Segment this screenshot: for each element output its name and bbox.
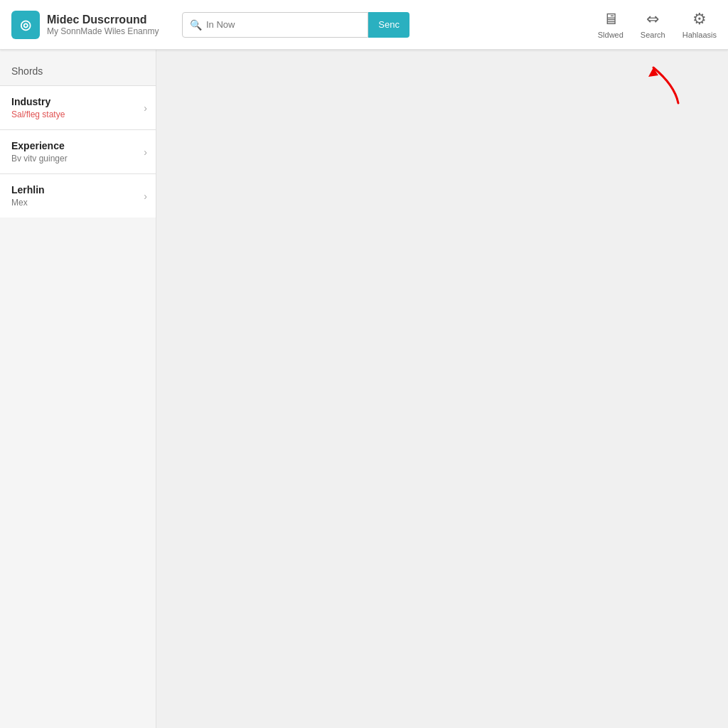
nav-icons: 🖥 Sldwed ⇔ Search ⚙ Hahlaasis: [598, 10, 717, 39]
filter-lerhlin-title: Lerhlin: [11, 184, 144, 196]
filter-industry-title: Industry: [11, 96, 144, 107]
app-subtitle: My SonnMade Wiles Enanmy: [47, 26, 159, 36]
nav-item-sldwed[interactable]: 🖥 Sldwed: [598, 10, 623, 39]
chevron-icon-lerhlin: ›: [144, 191, 147, 202]
nav-item-hahlaasis[interactable]: ⚙ Hahlaasis: [682, 10, 717, 39]
app-container: ◎ Midec Duscrround My SonnMade Wiles Ena…: [0, 0, 728, 728]
chevron-icon-industry: ›: [144, 102, 147, 114]
logo-text: Midec Duscrround My SonnMade Wiles Enanm…: [47, 13, 159, 37]
sldwed-label: Sldwed: [598, 31, 623, 39]
search-nav-icon: ⇔: [646, 10, 659, 28]
sldwed-icon: 🖥: [603, 10, 619, 28]
search-button[interactable]: Senc: [368, 12, 410, 38]
left-panel: Shords Industry Sal/fleg statye › Experi…: [0, 50, 156, 728]
gear-icon: ⚙: [692, 10, 707, 28]
search-small-icon: 🔍: [190, 19, 202, 31]
search-input-wrapper: 🔍: [182, 12, 368, 38]
search-input[interactable]: [206, 19, 360, 30]
filter-lerhlin-subtitle: Mex: [11, 198, 144, 208]
filter-experience-title: Experience: [11, 140, 144, 151]
search-area: 🔍 Senc: [182, 12, 410, 38]
nav-item-search[interactable]: ⇔ Search: [641, 10, 665, 39]
filter-industry-subtitle: Sal/fleg statye: [11, 109, 144, 119]
section-header: Shords: [0, 61, 156, 85]
app-logo-icon: ◎: [11, 11, 40, 39]
filter-item-experience[interactable]: Experience Bv vitv guinger ›: [0, 129, 156, 173]
search-nav-label: Search: [641, 31, 665, 39]
annotation-arrow: [614, 57, 700, 114]
header: ◎ Midec Duscrround My SonnMade Wiles Ena…: [0, 0, 728, 50]
filter-item-lerhlin[interactable]: Lerhlin Mex ›: [0, 173, 156, 218]
logo-area: ◎ Midec Duscrround My SonnMade Wiles Ena…: [11, 11, 168, 39]
filter-item-industry[interactable]: Industry Sal/fleg statye ›: [0, 85, 156, 129]
app-title: Midec Duscrround: [47, 13, 159, 26]
chevron-icon-experience: ›: [144, 146, 147, 158]
right-area: [156, 50, 728, 728]
main-content: Shords Industry Sal/fleg statye › Experi…: [0, 50, 728, 728]
svg-marker-0: [648, 68, 658, 77]
hahlaasis-label: Hahlaasis: [682, 31, 717, 39]
filter-experience-subtitle: Bv vitv guinger: [11, 154, 144, 164]
